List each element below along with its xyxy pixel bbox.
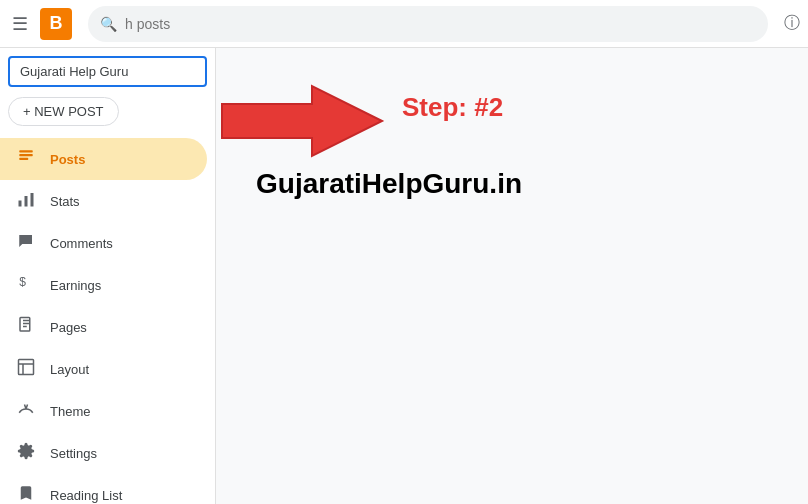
earnings-label: Earnings [50,278,101,293]
pages-icon [16,316,36,338]
nav-items: Posts Stats Comments $ E [0,138,215,504]
annotation-arrow: Step: #2 [212,66,632,176]
svg-rect-3 [19,201,22,207]
svg-rect-0 [19,150,33,152]
blog-name[interactable]: Gujarati Help Guru [8,56,207,87]
search-bar: 🔍 [88,6,768,42]
reading-list-icon [16,484,36,504]
search-icon: 🔍 [100,16,117,32]
info-icon[interactable]: ⓘ [784,13,800,34]
svg-marker-9 [222,86,382,156]
settings-label: Settings [50,446,97,461]
layout-icon [16,358,36,380]
top-bar: ☰ B 🔍 ⓘ [0,0,808,48]
svg-rect-4 [25,196,28,207]
svg-rect-1 [19,154,33,156]
posts-icon [16,148,36,170]
svg-text:Step: #2: Step: #2 [402,92,503,122]
svg-text:$: $ [19,275,26,289]
content-title-wrapper: GujaratiHelpGuru.in [256,168,522,200]
stats-icon [16,190,36,212]
main-layout: Gujarati Help Guru + NEW POST Posts Stat… [0,48,808,504]
svg-rect-2 [19,158,28,160]
svg-rect-5 [31,193,34,207]
new-post-button[interactable]: + NEW POST [8,97,119,126]
hamburger-menu[interactable]: ☰ [8,9,32,39]
posts-label: Posts [50,152,85,167]
search-input[interactable] [125,16,756,32]
sidebar-item-earnings[interactable]: $ Earnings [0,264,207,306]
earnings-icon: $ [16,274,36,296]
layout-label: Layout [50,362,89,377]
stats-label: Stats [50,194,80,209]
reading-list-label: Reading List [50,488,122,503]
sidebar-item-comments[interactable]: Comments [0,222,207,264]
sidebar-item-pages[interactable]: Pages [0,306,207,348]
content-title: GujaratiHelpGuru.in [256,168,522,199]
theme-icon [16,400,36,422]
theme-label: Theme [50,404,90,419]
svg-rect-8 [19,360,34,375]
sidebar-item-theme[interactable]: Theme [0,390,207,432]
pages-label: Pages [50,320,87,335]
sidebar-item-stats[interactable]: Stats [0,180,207,222]
comments-label: Comments [50,236,113,251]
settings-icon [16,442,36,464]
sidebar-item-layout[interactable]: Layout [0,348,207,390]
blogger-logo: B [40,8,72,40]
comments-icon [16,232,36,254]
sidebar-item-settings[interactable]: Settings [0,432,207,474]
sidebar-item-posts[interactable]: Posts [0,138,207,180]
sidebar: Gujarati Help Guru + NEW POST Posts Stat… [0,48,216,504]
content-area: Step: #2 GujaratiHelpGuru.in [216,48,808,504]
sidebar-item-reading-list[interactable]: Reading List [0,474,207,504]
